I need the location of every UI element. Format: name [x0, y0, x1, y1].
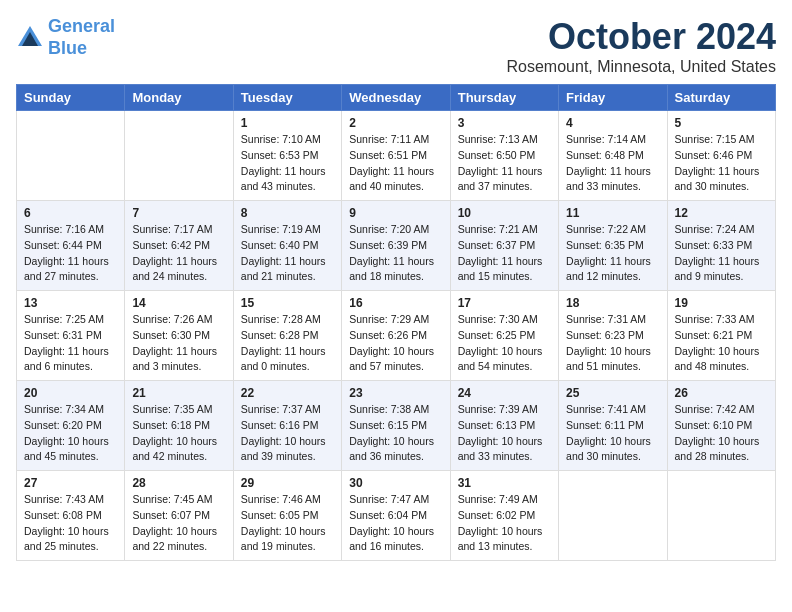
calendar-cell: 13Sunrise: 7:25 AMSunset: 6:31 PMDayligh… [17, 291, 125, 381]
calendar-cell: 9Sunrise: 7:20 AMSunset: 6:39 PMDaylight… [342, 201, 450, 291]
calendar-cell: 12Sunrise: 7:24 AMSunset: 6:33 PMDayligh… [667, 201, 775, 291]
day-number: 25 [566, 386, 659, 400]
day-number: 7 [132, 206, 225, 220]
day-info: Sunrise: 7:15 AMSunset: 6:46 PMDaylight:… [675, 132, 768, 195]
calendar-cell: 24Sunrise: 7:39 AMSunset: 6:13 PMDayligh… [450, 381, 558, 471]
daylight: Daylight: 11 hours and 33 minutes. [566, 165, 651, 193]
daylight: Daylight: 10 hours and 16 minutes. [349, 525, 434, 553]
day-info: Sunrise: 7:37 AMSunset: 6:16 PMDaylight:… [241, 402, 334, 465]
sunset: Sunset: 6:10 PM [675, 419, 753, 431]
calendar-cell [125, 111, 233, 201]
day-info: Sunrise: 7:30 AMSunset: 6:25 PMDaylight:… [458, 312, 551, 375]
sunrise: Sunrise: 7:34 AM [24, 403, 104, 415]
calendar-cell: 20Sunrise: 7:34 AMSunset: 6:20 PMDayligh… [17, 381, 125, 471]
day-number: 3 [458, 116, 551, 130]
sunset: Sunset: 6:13 PM [458, 419, 536, 431]
sunset: Sunset: 6:07 PM [132, 509, 210, 521]
sunrise: Sunrise: 7:14 AM [566, 133, 646, 145]
weekday-header: Monday [125, 85, 233, 111]
sunset: Sunset: 6:08 PM [24, 509, 102, 521]
day-number: 28 [132, 476, 225, 490]
calendar-week-row: 6Sunrise: 7:16 AMSunset: 6:44 PMDaylight… [17, 201, 776, 291]
day-info: Sunrise: 7:31 AMSunset: 6:23 PMDaylight:… [566, 312, 659, 375]
sunrise: Sunrise: 7:30 AM [458, 313, 538, 325]
calendar-cell: 3Sunrise: 7:13 AMSunset: 6:50 PMDaylight… [450, 111, 558, 201]
calendar-cell: 23Sunrise: 7:38 AMSunset: 6:15 PMDayligh… [342, 381, 450, 471]
day-number: 17 [458, 296, 551, 310]
sunrise: Sunrise: 7:49 AM [458, 493, 538, 505]
daylight: Daylight: 10 hours and 54 minutes. [458, 345, 543, 373]
daylight: Daylight: 10 hours and 25 minutes. [24, 525, 109, 553]
sunset: Sunset: 6:21 PM [675, 329, 753, 341]
sunrise: Sunrise: 7:17 AM [132, 223, 212, 235]
daylight: Daylight: 11 hours and 18 minutes. [349, 255, 434, 283]
sunset: Sunset: 6:02 PM [458, 509, 536, 521]
weekday-header: Saturday [667, 85, 775, 111]
day-number: 1 [241, 116, 334, 130]
sunset: Sunset: 6:42 PM [132, 239, 210, 251]
day-number: 4 [566, 116, 659, 130]
sunrise: Sunrise: 7:10 AM [241, 133, 321, 145]
day-info: Sunrise: 7:17 AMSunset: 6:42 PMDaylight:… [132, 222, 225, 285]
sunset: Sunset: 6:53 PM [241, 149, 319, 161]
calendar-cell: 19Sunrise: 7:33 AMSunset: 6:21 PMDayligh… [667, 291, 775, 381]
sunrise: Sunrise: 7:16 AM [24, 223, 104, 235]
sunrise: Sunrise: 7:35 AM [132, 403, 212, 415]
weekday-header-row: SundayMondayTuesdayWednesdayThursdayFrid… [17, 85, 776, 111]
sunset: Sunset: 6:51 PM [349, 149, 427, 161]
day-number: 10 [458, 206, 551, 220]
sunrise: Sunrise: 7:46 AM [241, 493, 321, 505]
sunrise: Sunrise: 7:15 AM [675, 133, 755, 145]
weekday-header: Thursday [450, 85, 558, 111]
day-info: Sunrise: 7:24 AMSunset: 6:33 PMDaylight:… [675, 222, 768, 285]
day-number: 11 [566, 206, 659, 220]
daylight: Daylight: 11 hours and 37 minutes. [458, 165, 543, 193]
logo: General Blue [16, 16, 115, 59]
sunrise: Sunrise: 7:21 AM [458, 223, 538, 235]
calendar-cell: 18Sunrise: 7:31 AMSunset: 6:23 PMDayligh… [559, 291, 667, 381]
calendar-week-row: 27Sunrise: 7:43 AMSunset: 6:08 PMDayligh… [17, 471, 776, 561]
calendar-cell: 14Sunrise: 7:26 AMSunset: 6:30 PMDayligh… [125, 291, 233, 381]
day-info: Sunrise: 7:41 AMSunset: 6:11 PMDaylight:… [566, 402, 659, 465]
day-info: Sunrise: 7:26 AMSunset: 6:30 PMDaylight:… [132, 312, 225, 375]
sunrise: Sunrise: 7:29 AM [349, 313, 429, 325]
day-info: Sunrise: 7:28 AMSunset: 6:28 PMDaylight:… [241, 312, 334, 375]
calendar-cell: 1Sunrise: 7:10 AMSunset: 6:53 PMDaylight… [233, 111, 341, 201]
sunrise: Sunrise: 7:37 AM [241, 403, 321, 415]
daylight: Daylight: 10 hours and 30 minutes. [566, 435, 651, 463]
day-number: 16 [349, 296, 442, 310]
sunset: Sunset: 6:20 PM [24, 419, 102, 431]
day-number: 31 [458, 476, 551, 490]
day-number: 2 [349, 116, 442, 130]
sunrise: Sunrise: 7:11 AM [349, 133, 429, 145]
day-number: 19 [675, 296, 768, 310]
sunset: Sunset: 6:23 PM [566, 329, 644, 341]
day-info: Sunrise: 7:38 AMSunset: 6:15 PMDaylight:… [349, 402, 442, 465]
daylight: Daylight: 10 hours and 22 minutes. [132, 525, 217, 553]
day-number: 24 [458, 386, 551, 400]
day-number: 9 [349, 206, 442, 220]
daylight: Daylight: 11 hours and 21 minutes. [241, 255, 326, 283]
subtitle: Rosemount, Minnesota, United States [507, 58, 776, 76]
logo-text: General Blue [48, 16, 115, 59]
day-info: Sunrise: 7:34 AMSunset: 6:20 PMDaylight:… [24, 402, 117, 465]
weekday-header: Friday [559, 85, 667, 111]
day-number: 20 [24, 386, 117, 400]
day-number: 29 [241, 476, 334, 490]
calendar-week-row: 13Sunrise: 7:25 AMSunset: 6:31 PMDayligh… [17, 291, 776, 381]
daylight: Daylight: 11 hours and 0 minutes. [241, 345, 326, 373]
day-number: 13 [24, 296, 117, 310]
sunrise: Sunrise: 7:19 AM [241, 223, 321, 235]
daylight: Daylight: 10 hours and 42 minutes. [132, 435, 217, 463]
calendar-cell: 17Sunrise: 7:30 AMSunset: 6:25 PMDayligh… [450, 291, 558, 381]
calendar-cell [17, 111, 125, 201]
daylight: Daylight: 11 hours and 30 minutes. [675, 165, 760, 193]
sunset: Sunset: 6:35 PM [566, 239, 644, 251]
sunset: Sunset: 6:44 PM [24, 239, 102, 251]
page-header: General Blue October 2024 Rosemount, Min… [16, 16, 776, 76]
day-info: Sunrise: 7:16 AMSunset: 6:44 PMDaylight:… [24, 222, 117, 285]
sunrise: Sunrise: 7:38 AM [349, 403, 429, 415]
daylight: Daylight: 11 hours and 3 minutes. [132, 345, 217, 373]
calendar-cell [667, 471, 775, 561]
sunrise: Sunrise: 7:20 AM [349, 223, 429, 235]
